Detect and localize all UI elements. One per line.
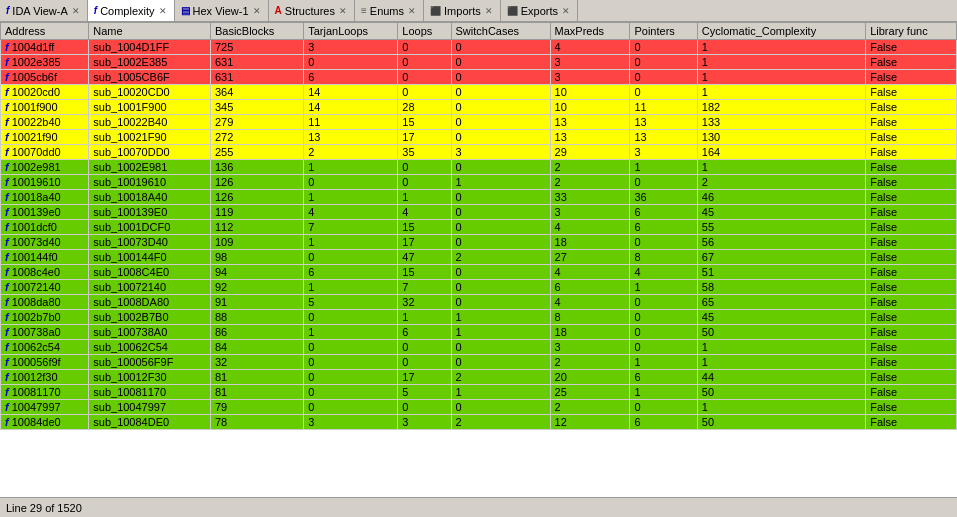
- table-row[interactable]: f 1004d1ffsub_1004D1FF725300401False: [1, 40, 957, 55]
- col-header-address[interactable]: Address: [1, 23, 89, 40]
- cell-value: 10: [550, 100, 630, 115]
- table-row[interactable]: f 10012f30sub_10012F3081017220644False: [1, 370, 957, 385]
- col-header-library-func[interactable]: Library func: [866, 23, 957, 40]
- table-row[interactable]: f 10018a40sub_10018A40126110333646False: [1, 190, 957, 205]
- cell-value: 33: [550, 190, 630, 205]
- cell-value: 67: [697, 250, 865, 265]
- table-row[interactable]: f 1008c4e0sub_1008C4E09461504451False: [1, 265, 957, 280]
- col-header-maxpreds[interactable]: MaxPreds: [550, 23, 630, 40]
- cell-value: 50: [697, 325, 865, 340]
- col-header-switchcases[interactable]: SwitchCases: [451, 23, 550, 40]
- cell-value: 7: [304, 220, 398, 235]
- cell-name: sub_1002B7B0: [89, 310, 211, 325]
- func-icon: f: [5, 356, 9, 368]
- cell-address: f 100144f0: [1, 250, 89, 265]
- cell-value: 0: [451, 295, 550, 310]
- cell-value: 0: [398, 85, 451, 100]
- tab-close-hex-view-1[interactable]: ✕: [252, 6, 262, 16]
- tab-close-exports[interactable]: ✕: [561, 6, 571, 16]
- cell-value: 10: [550, 85, 630, 100]
- table-row[interactable]: f 10081170sub_100811708105125150False: [1, 385, 957, 400]
- table-row[interactable]: f 10073d40sub_10073D40109117018056False: [1, 235, 957, 250]
- cell-value: 18: [550, 235, 630, 250]
- cell-name: sub_10047997: [89, 400, 211, 415]
- cell-value: 1: [304, 325, 398, 340]
- tab-exports[interactable]: ⬛Exports✕: [501, 0, 578, 21]
- table-row[interactable]: f 10062c54sub_10062C5484000301False: [1, 340, 957, 355]
- table-row[interactable]: f 1001f900sub_1001F900345142801011182Fal…: [1, 100, 957, 115]
- cell-value: 1: [451, 385, 550, 400]
- table-row[interactable]: f 1002e385sub_1002E385631000301False: [1, 55, 957, 70]
- table-row[interactable]: f 100056f9fsub_100056F9F32000211False: [1, 355, 957, 370]
- col-header-name[interactable]: Name: [89, 23, 211, 40]
- cell-value: 119: [210, 205, 303, 220]
- func-icon: f: [5, 56, 9, 68]
- tab-label-complexity: Complexity: [100, 5, 154, 17]
- func-icon: f: [5, 386, 9, 398]
- cell-value: 2: [550, 160, 630, 175]
- table-row[interactable]: f 100144f0sub_100144F098047227867False: [1, 250, 957, 265]
- cell-value: 13: [550, 115, 630, 130]
- table-row[interactable]: f 10022b40sub_10022B40279111501313133Fal…: [1, 115, 957, 130]
- table-row[interactable]: f 10072140sub_10072140921706158False: [1, 280, 957, 295]
- cell-value: 3: [398, 415, 451, 430]
- cell-value: 112: [210, 220, 303, 235]
- cell-value: 1: [304, 190, 398, 205]
- tab-label-imports: Imports: [444, 5, 481, 17]
- cell-value: 6: [304, 70, 398, 85]
- tab-hex-view-1[interactable]: ▤Hex View-1✕: [175, 0, 269, 21]
- func-icon: f: [5, 131, 9, 143]
- table-row[interactable]: f 100738a0sub_100738A08616118050False: [1, 325, 957, 340]
- cell-value: 47: [398, 250, 451, 265]
- cell-name: sub_10022B40: [89, 115, 211, 130]
- table-row[interactable]: f 1001dcf0sub_1001DCF011271504655False: [1, 220, 957, 235]
- cell-value: 0: [630, 400, 697, 415]
- table-row[interactable]: f 10084de0sub_10084DE07833212650False: [1, 415, 957, 430]
- tab-close-enums[interactable]: ✕: [407, 6, 417, 16]
- func-icon: f: [5, 401, 9, 413]
- tab-close-ida-view-a[interactable]: ✕: [71, 6, 81, 16]
- table-row[interactable]: f 1005cb6fsub_1005CB6F631600301False: [1, 70, 957, 85]
- cell-value: 92: [210, 280, 303, 295]
- cell-value: 32: [210, 355, 303, 370]
- table-row[interactable]: f 1002b7b0sub_1002B7B0880118045False: [1, 310, 957, 325]
- table-row[interactable]: f 10019610sub_10019610126001202False: [1, 175, 957, 190]
- table-row[interactable]: f 10047997sub_1004799779000201False: [1, 400, 957, 415]
- table-row[interactable]: f 10070dd0sub_10070DD02552353293164False: [1, 145, 957, 160]
- tab-complexity[interactable]: fComplexity✕: [88, 0, 175, 22]
- cell-value: 255: [210, 145, 303, 160]
- func-icon: f: [5, 116, 9, 128]
- table-row[interactable]: f 1002e981sub_1002E981136100211False: [1, 160, 957, 175]
- col-header-basicblocks[interactable]: BasicBlocks: [210, 23, 303, 40]
- col-header-tarjanloops[interactable]: TarjanLoops: [304, 23, 398, 40]
- tab-ida-view-a[interactable]: fIDA View-A✕: [0, 0, 88, 21]
- cell-value: 0: [304, 55, 398, 70]
- col-header-loops[interactable]: Loops: [398, 23, 451, 40]
- table-row[interactable]: f 100139e0sub_100139E01194403645False: [1, 205, 957, 220]
- tab-enums[interactable]: ≡Enums✕: [355, 0, 424, 21]
- cell-value: 4: [550, 265, 630, 280]
- col-header-cyclomatic-complexity[interactable]: Cyclomatic_Complexity: [697, 23, 865, 40]
- cell-value: 6: [630, 370, 697, 385]
- tab-imports[interactable]: ⬛Imports✕: [424, 0, 501, 21]
- cell-name: sub_100738A0: [89, 325, 211, 340]
- cell-address: f 10022b40: [1, 115, 89, 130]
- cell-value: 0: [630, 310, 697, 325]
- cell-value: 2: [451, 415, 550, 430]
- tab-close-structures[interactable]: ✕: [338, 6, 348, 16]
- table-row[interactable]: f 10020cd0sub_10020CD036414001001False: [1, 85, 957, 100]
- cell-name: sub_10073D40: [89, 235, 211, 250]
- func-icon: f: [5, 221, 9, 233]
- tab-close-complexity[interactable]: ✕: [158, 6, 168, 16]
- cell-value: 4: [550, 220, 630, 235]
- cell-value: 0: [451, 265, 550, 280]
- table-row[interactable]: f 1008da80sub_1008DA809153204065False: [1, 295, 957, 310]
- col-header-pointers[interactable]: Pointers: [630, 23, 697, 40]
- tab-structures[interactable]: AStructures✕: [269, 0, 355, 21]
- table-row[interactable]: f 10021f90sub_10021F90272131701313130Fal…: [1, 130, 957, 145]
- tab-close-imports[interactable]: ✕: [484, 6, 494, 16]
- tab-label-hex-view-1: Hex View-1: [193, 5, 249, 17]
- cell-name: sub_1002E385: [89, 55, 211, 70]
- cell-name: sub_1001DCF0: [89, 220, 211, 235]
- cell-value: 0: [398, 400, 451, 415]
